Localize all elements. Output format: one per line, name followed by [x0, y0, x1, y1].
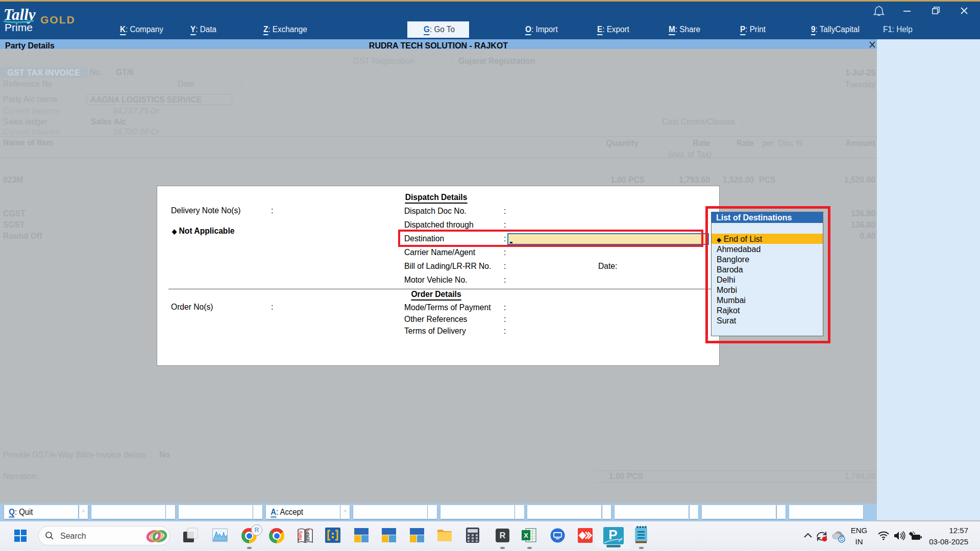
svg-text:X: X: [524, 532, 528, 539]
svg-text:Tally: Tally: [298, 531, 303, 541]
svg-text:GOLD: GOLD: [40, 14, 76, 26]
svg-text:ERP9: ERP9: [305, 529, 310, 541]
svg-text:Prime: Prime: [5, 21, 33, 33]
